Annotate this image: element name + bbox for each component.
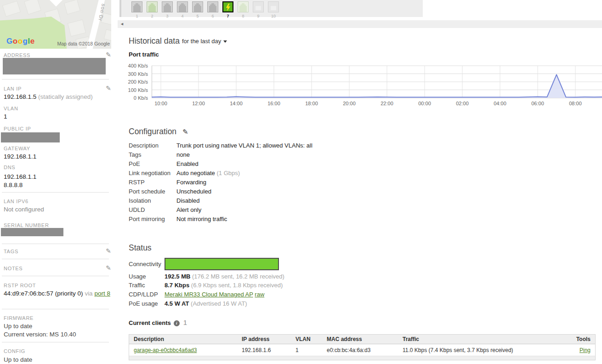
- port-number-label: 4: [176, 14, 188, 18]
- client-mac: e0:cb:bc:4a:6a:d3: [327, 347, 370, 353]
- config-row-description: DescriptionTrunk port using native VLAN …: [129, 142, 312, 151]
- dns-value-2: 8.8.8.8: [4, 182, 23, 188]
- x-axis-tick-label: 10:00: [148, 101, 174, 106]
- traffic-value: 8.7 Kbps (6.9 Kbps sent, 1.8 Kbps receiv…: [165, 282, 283, 289]
- y-axis-tick-label: 200 Kb/s: [119, 79, 148, 85]
- lan-ip-edit-pencil-icon[interactable]: ✎: [104, 85, 111, 92]
- x-axis-tick-label: 02:00: [449, 101, 475, 106]
- chart-y-axis-labels: 0 Kb/s100 Kb/s200 Kb/s300 Kb/s400 Kb/s: [119, 62, 150, 105]
- port-number-label: 7: [222, 14, 234, 18]
- horizontal-scrollbar[interactable]: ◄: [118, 20, 602, 28]
- port-jack-shape: [239, 3, 247, 12]
- firmware-label: FIRMWARE: [4, 315, 34, 321]
- map-building: [2, 0, 21, 17]
- port-3-selector[interactable]: 3: [161, 1, 173, 18]
- scroll-left-arrow-icon[interactable]: ◄: [120, 22, 124, 26]
- connectivity-bar[interactable]: [165, 258, 279, 270]
- switch-port-detail-page: son Dr Google Map data ©2018 Google ADDR…: [0, 0, 602, 364]
- port-6-selector[interactable]: 6: [207, 1, 219, 18]
- map-attribution: Map data ©2018 Google: [57, 41, 110, 46]
- client-description-link[interactable]: garage-ap-e0cbbc4a6ad3: [134, 347, 197, 353]
- cdp-device-link[interactable]: Meraki MR33 Cloud Managed AP: [165, 291, 253, 298]
- usage-value: 192.5 MB (176.2 MB sent, 16.2 MB receive…: [165, 273, 284, 280]
- client-vlan: 1: [295, 347, 299, 353]
- port-1-selector[interactable]: 1: [131, 1, 143, 18]
- notes-label: NOTES: [4, 266, 23, 271]
- rstp-root-via: via: [85, 290, 92, 297]
- port-icon: [131, 1, 142, 12]
- config-row-port-mirroring: Port mirroringNot mirroring traffic: [129, 216, 227, 225]
- google-logo-letter: G: [6, 37, 13, 46]
- port-icon: [192, 1, 203, 12]
- google-logo-letter: o: [18, 37, 23, 46]
- cdp-raw-link[interactable]: raw: [255, 291, 264, 298]
- x-axis-tick-label: 20:00: [336, 101, 362, 106]
- port-10-selector[interactable]: 10: [267, 1, 279, 18]
- lan-ip-label: LAN IP: [4, 86, 22, 91]
- port-7-selector[interactable]: 7: [222, 1, 234, 18]
- config-status: Up to date: [4, 356, 32, 363]
- rstp-root-value: 44:d9:e7:06:bc:57 (priority 0) via port …: [4, 290, 110, 298]
- port-traffic-chart: 10:0012:0014:0016:0018:0020:0022:0000:00…: [152, 62, 602, 108]
- firmware-version: Current version: MS 10.40: [4, 331, 76, 338]
- port-number-label: 8: [237, 14, 249, 18]
- address-label: ADDRESS: [4, 52, 30, 58]
- address-edit-pencil-icon[interactable]: ✎: [104, 51, 111, 58]
- info-icon[interactable]: i: [174, 320, 180, 326]
- cdp-lldp-value: Meraki MR33 Cloud Managed AP raw: [165, 291, 264, 298]
- address-redacted-value: [3, 58, 106, 74]
- map-building: [68, 19, 86, 36]
- port-4-selector[interactable]: 4: [176, 1, 188, 18]
- port-jack-shape: [148, 3, 156, 12]
- port-number-label: 3: [161, 14, 173, 18]
- dns-value-1: 192.168.1.1: [4, 173, 36, 180]
- port-icon-poe-active: [222, 1, 233, 12]
- port-2-selector[interactable]: 2: [146, 1, 158, 18]
- serial-number-redacted-value: [1, 228, 63, 236]
- notes-edit-pencil-icon[interactable]: ✎: [104, 264, 111, 272]
- config-row-poe: PoEEnabled: [129, 160, 199, 170]
- port-5-selector[interactable]: 5: [192, 1, 204, 18]
- y-axis-tick-label: 300 Kb/s: [119, 71, 148, 77]
- map-marker: [50, 0, 62, 6]
- serial-number-label: SERIAL NUMBER: [4, 222, 49, 228]
- x-axis-tick-label: 00:00: [412, 101, 437, 106]
- port-8-selector[interactable]: 8: [237, 1, 249, 18]
- tags-edit-pencil-icon[interactable]: ✎: [104, 247, 111, 255]
- configuration-edit-pencil-icon[interactable]: ✎: [182, 128, 188, 136]
- vlan-label: VLAN: [4, 106, 18, 111]
- port-jack-shape: [164, 3, 171, 12]
- port-jack-shape: [209, 3, 216, 12]
- google-logo-letter: g: [23, 37, 28, 46]
- lan-ip-value: 192.168.1.5 (statically assigned): [4, 93, 93, 100]
- poe-usage-label: PoE usage: [129, 300, 158, 307]
- historical-data-title: Historical data: [129, 36, 180, 46]
- port-number-label: 1: [131, 14, 143, 18]
- cdp-lldp-label: CDP/LLDP: [129, 291, 158, 298]
- google-logo[interactable]: Google: [6, 37, 35, 46]
- port-icon: [207, 1, 218, 12]
- lan-ip-note: (statically assigned): [38, 93, 93, 100]
- lan-ip-address: 192.168.1.5: [4, 93, 36, 100]
- rstp-root-port-link[interactable]: port 8: [94, 290, 110, 297]
- col-header-traffic: Traffic: [403, 336, 419, 342]
- sidebar-divider: [2, 276, 109, 276]
- config-row-isolation: IsolationDisabled: [129, 197, 200, 206]
- port-jack-shape: [194, 3, 201, 12]
- time-range-dropdown[interactable]: for the last day: [182, 38, 227, 45]
- y-axis-tick-label: 400 Kb/s: [119, 63, 148, 68]
- port-9-selector[interactable]: 9: [252, 1, 264, 18]
- map-building: [104, 29, 111, 41]
- port-selector-strip: 12345678910: [119, 0, 423, 17]
- x-axis-tick-label: 08:00: [562, 101, 588, 106]
- status-title: Status: [129, 243, 152, 253]
- config-row-tags: Tagsnone: [129, 151, 190, 160]
- client-ping-link[interactable]: Ping: [579, 347, 591, 353]
- map-building: [24, 0, 41, 15]
- rstp-root-bridge-id: 44:d9:e7:06:bc:57 (priority 0): [4, 290, 83, 297]
- sidebar-divider: [2, 244, 109, 244]
- col-header-ip-address: IP address: [242, 336, 269, 342]
- location-map[interactable]: son Dr Google Map data ©2018 Google: [0, 0, 111, 49]
- x-axis-tick-label: 14:00: [223, 101, 249, 106]
- port-jack-shape: [179, 3, 186, 12]
